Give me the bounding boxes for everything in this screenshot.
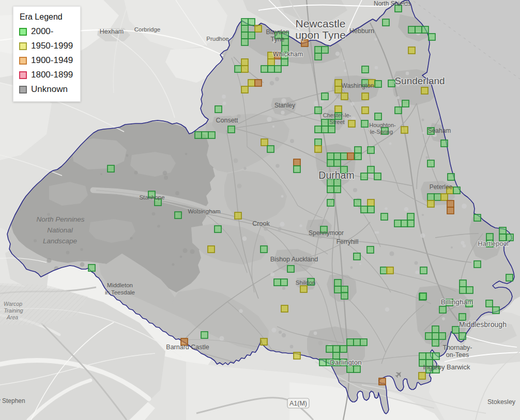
svg-text:Washington: Washington <box>342 82 374 89</box>
svg-text:Hebburn: Hebburn <box>349 27 374 35</box>
svg-text:National: National <box>47 226 73 234</box>
svg-text:Kirkby Stephen: Kirkby Stephen <box>0 397 25 405</box>
svg-text:Training: Training <box>4 307 23 314</box>
svg-text:Street: Street <box>329 119 344 125</box>
svg-text:Stanhope: Stanhope <box>139 194 164 200</box>
svg-text:Bishop Auckland: Bishop Auckland <box>270 256 318 263</box>
svg-text:Corbridge: Corbridge <box>134 26 161 33</box>
svg-text:Hartlepool: Hartlepool <box>478 240 508 247</box>
svg-text:Shildon: Shildon <box>296 279 315 286</box>
svg-text:Peterlee: Peterlee <box>430 183 453 191</box>
svg-text:Ferryhill: Ferryhill <box>337 238 359 245</box>
svg-text:Whickham: Whickham <box>273 51 303 58</box>
svg-text:Wolsingham: Wolsingham <box>188 208 220 214</box>
svg-text:Tyne: Tyne <box>270 36 284 43</box>
svg-text:Stanley: Stanley <box>274 102 295 109</box>
svg-text:North Pennines: North Pennines <box>36 215 84 223</box>
svg-text:Stokesley: Stokesley <box>487 398 516 406</box>
svg-text:Sunderland: Sunderland <box>394 75 445 86</box>
svg-text:Consett: Consett <box>216 117 238 124</box>
svg-text:Darlington: Darlington <box>330 359 362 366</box>
svg-text:Thornaby-: Thornaby- <box>443 344 472 351</box>
svg-text:Middleton: Middleton <box>107 282 133 288</box>
svg-text:Ingleby Barwick: Ingleby Barwick <box>423 363 470 371</box>
svg-text:on-Tees: on-Tees <box>446 351 469 359</box>
svg-text:Houghton-: Houghton- <box>369 122 396 128</box>
svg-text:Crook: Crook <box>252 220 270 227</box>
svg-text:Spennymoor: Spennymoor <box>309 229 344 237</box>
svg-text:upon Tyne: upon Tyne <box>295 29 346 41</box>
svg-text:Hexham: Hexham <box>100 28 124 35</box>
svg-text:le-Spring: le-Spring <box>370 129 393 135</box>
svg-text:Newcastle: Newcastle <box>296 18 346 29</box>
svg-text:Durham: Durham <box>318 169 354 181</box>
svg-text:Prudhoe: Prudhoe <box>206 36 228 42</box>
svg-text:Blaydon: Blaydon <box>266 28 289 36</box>
svg-text:North Shields: North Shields <box>374 0 411 7</box>
svg-text:Middlesbrough: Middlesbrough <box>459 320 507 329</box>
svg-text:Chester-le-: Chester-le- <box>323 112 351 118</box>
svg-text:Billingham: Billingham <box>441 298 473 306</box>
svg-text:Barnard Castle: Barnard Castle <box>166 344 209 351</box>
svg-text:in Teesdale: in Teesdale <box>105 289 135 295</box>
svg-text:Area: Area <box>6 314 18 320</box>
svg-text:A1(M): A1(M) <box>289 400 307 407</box>
svg-text:Warcop: Warcop <box>4 301 22 307</box>
svg-text:Seaham: Seaham <box>428 127 451 134</box>
svg-text:Landscape: Landscape <box>43 237 77 245</box>
